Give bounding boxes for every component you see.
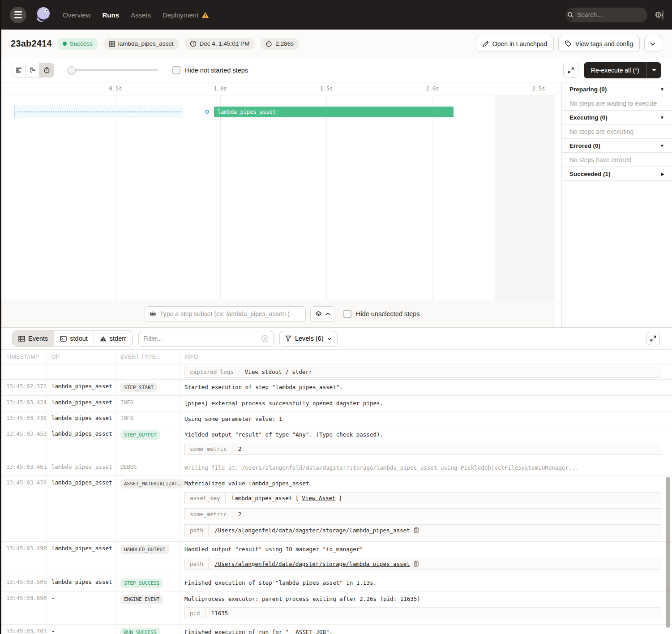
timestamp-cell: 13:45:03.461: [0, 460, 47, 476]
nav-item-deployment[interactable]: Deployment: [163, 11, 209, 19]
clear-filter-icon[interactable]: [261, 335, 269, 343]
view-waterfall-icon[interactable]: [26, 63, 40, 77]
metadata-label: path: [185, 525, 209, 536]
axis-gridline: [326, 95, 327, 327]
step-panel-section-header[interactable]: Executing (0)▼: [562, 111, 672, 124]
event-type-pill: ASSET_MATERIALIZAT…: [120, 479, 184, 488]
table-row[interactable]: 13:45:03.505lambda_pipes_assetSTEP_SUCCE…: [0, 575, 672, 591]
op-cell: lambda_pipes_asset: [47, 542, 116, 575]
timestamp-cell: 13:45:02.372: [0, 380, 47, 395]
chevron-down-icon: [327, 337, 332, 340]
nav-item-overview[interactable]: Overview: [63, 11, 91, 19]
log-filter-input[interactable]: [143, 335, 261, 342]
metadata-entry: captured_logsView stdout / stderr: [184, 366, 661, 378]
dagster-logo-icon[interactable]: [34, 5, 53, 24]
nav-items: OverviewRunsAssetsDeployment: [63, 11, 209, 19]
gear-icon[interactable]: ⚙: [655, 11, 662, 19]
table-row[interactable]: 13:45:03.424lambda_pipes_assetINFO[pipes…: [0, 396, 672, 411]
nav-item-assets[interactable]: Assets: [131, 11, 151, 19]
caret-down-icon: [652, 69, 656, 71]
levels-label: Levels (6): [295, 335, 324, 342]
info-cell: Using some_parameter value: 1: [180, 411, 672, 427]
step-subset-input[interactable]: [160, 310, 301, 317]
log-table-header: TIMESTAMPOPEVENT TYPEINFO: [0, 349, 672, 364]
timestamp-cell: 13:45:03.701: [0, 625, 47, 634]
copy-icon[interactable]: [413, 527, 419, 533]
metadata-entry: path/Users/alangenfeld/data/dagster/stor…: [184, 558, 661, 570]
gantt-after-run-zone: [495, 95, 555, 327]
clock-icon: [190, 40, 197, 47]
metadata-text: ]: [339, 495, 342, 501]
open-in-launchpad-button[interactable]: Open in Launchpad: [476, 36, 554, 52]
info-cell: Yielded output "result" of type "Any". (…: [180, 427, 672, 460]
hide-unselected-checkbox[interactable]: [343, 310, 351, 318]
job-tag[interactable]: lambda_pipes_asset: [103, 38, 179, 50]
grid-icon: [109, 41, 115, 47]
reexecute-dropdown-button[interactable]: [647, 62, 661, 78]
log-scrollbar[interactable]: [666, 477, 670, 628]
slider-track[interactable]: [68, 69, 158, 71]
hide-not-started-checkbox[interactable]: [172, 66, 180, 74]
nav-item-runs[interactable]: Runs: [103, 11, 120, 19]
info-text: Handled output "result" using IO manager…: [184, 545, 668, 554]
event-type-pill: RUN_SUCCESS: [120, 628, 160, 634]
copy-icon[interactable]: [413, 561, 419, 567]
table-row[interactable]: 13:45:03.470lambda_pipes_assetASSET_MATE…: [0, 476, 672, 542]
table-row[interactable]: 13:45:02.372lambda_pipes_assetSTEP_START…: [0, 380, 672, 396]
gantt-start-marker[interactable]: [205, 110, 209, 114]
table-row[interactable]: 13:45:03.438lambda_pipes_assetINFOUsing …: [0, 411, 672, 427]
axis-gridline: [116, 95, 116, 327]
step-panel-section-header[interactable]: Errored (0)▼: [562, 139, 672, 153]
search-input[interactable]: [574, 11, 662, 18]
path-link[interactable]: /Users/alangenfeld/data/dagster/storage/…: [214, 561, 410, 567]
info-cell: Started execution of step "lambda_pipes_…: [180, 380, 672, 395]
info-text: Finished execution of run for "__ASSET_J…: [184, 628, 668, 634]
view-timing-icon[interactable]: [40, 63, 54, 77]
timestamp-cell: [0, 364, 47, 380]
path-link[interactable]: /Users/alangenfeld/data/dagster/storage/…: [214, 527, 410, 534]
success-dot-icon: [63, 42, 67, 46]
table-row[interactable]: 13:45:03.453lambda_pipes_assetSTEP_OUTPU…: [0, 427, 672, 461]
search-box[interactable]: /: [566, 8, 647, 22]
tab-stderr[interactable]: stderr: [94, 331, 132, 346]
metadata-value: 2: [232, 443, 248, 454]
duration-tag: 2.286s: [260, 38, 299, 50]
reexecute-button-group: Re-execute all (*): [584, 62, 661, 78]
tab-events[interactable]: Events: [13, 331, 54, 346]
step-status-panel: Preparing (0)▼No steps are waiting to ex…: [562, 82, 672, 327]
event-type-cell: STEP_OUTPUT: [116, 427, 180, 460]
reexecute-all-button[interactable]: Re-execute all (*): [584, 62, 647, 78]
metadata-text: 2: [238, 446, 242, 452]
timestamp-cell: 13:45:03.438: [0, 411, 47, 427]
event-type-cell: DEBUG: [116, 460, 180, 476]
run-actions-chevron-button[interactable]: [644, 36, 661, 52]
hamburger-menu-icon[interactable]: [10, 7, 26, 23]
step-panel-section-header[interactable]: Succeeded (1)▶: [562, 167, 672, 181]
table-row[interactable]: 13:45:03.461lambda_pipes_assetDEBUGWriti…: [0, 460, 672, 476]
view-tags-config-button[interactable]: View tags and config: [558, 36, 640, 52]
zoom-slider[interactable]: [68, 66, 158, 74]
step-panel-section-header[interactable]: Preparing (0)▼: [562, 82, 672, 96]
chevron-up-icon: [325, 313, 330, 316]
view-flat-icon[interactable]: [12, 63, 26, 77]
table-row[interactable]: 13:45:03.498lambda_pipes_assetHANDLED_OU…: [0, 542, 672, 575]
tab-stdout[interactable]: stdout: [54, 331, 94, 346]
status-badge: Success: [57, 38, 98, 50]
gantt-step-bar[interactable]: lambda_pipes_asset: [214, 107, 454, 117]
slider-knob[interactable]: [68, 66, 76, 74]
gantt-fullscreen-button[interactable]: [563, 63, 578, 78]
metadata-label: some_metric: [185, 443, 232, 454]
table-row[interactable]: 13:45:03.701-RUN_SUCCESSFinished executi…: [0, 625, 672, 634]
graph-query-toggle-button[interactable]: [310, 306, 335, 322]
metadata-label: captured_logs: [185, 366, 239, 377]
gantt-waiting-bar[interactable]: [14, 106, 183, 118]
top-nav: OverviewRunsAssetsDeployment / ⚙: [0, 0, 672, 30]
table-row[interactable]: captured_logsView stdout / stderr: [0, 364, 672, 380]
metadata-value: 11635: [205, 608, 234, 619]
axis-gridline: [220, 95, 221, 327]
view-asset-link[interactable]: View Asset: [302, 495, 335, 501]
log-fullscreen-button[interactable]: [646, 332, 660, 345]
metadata-entry: some_metric2: [184, 443, 661, 455]
table-row[interactable]: 13:45:03.696-ENGINE_EVENTMultiprocess ex…: [0, 591, 672, 625]
levels-filter-button[interactable]: Levels (6): [279, 331, 338, 347]
